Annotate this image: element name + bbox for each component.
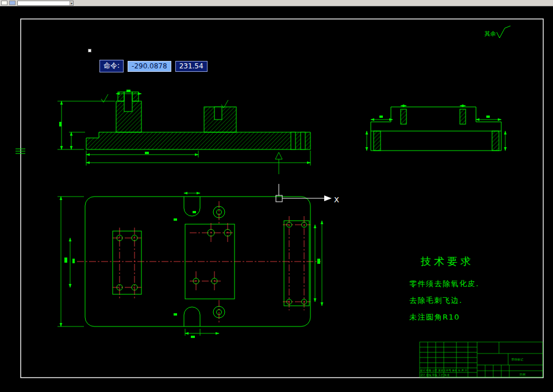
dimension-text-blobs — [64, 211, 320, 338]
coordinate-x-input[interactable]: -290.0878 — [128, 61, 171, 72]
section-arrow-icon — [275, 152, 282, 159]
layer-combobox[interactable]: ▾ — [17, 1, 74, 6]
plan-dimensions — [57, 193, 322, 338]
grip-point[interactable] — [88, 49, 91, 52]
technical-requirements: 技术要求 零件须去除氧化皮. 去除毛刺飞边. 未注圆角R10 — [409, 255, 479, 325]
tech-req-line: 零件须去除氧化皮. — [409, 275, 479, 292]
title-block-stage-label: 阶段标记 — [512, 358, 523, 362]
tech-req-line: 未注圆角R10 — [409, 309, 479, 325]
ucs-icon: X — [276, 184, 339, 204]
app-toolbar: ▾ — [0, 0, 553, 6]
dimension-text-blobs — [379, 116, 490, 118]
drawing-canvas[interactable]: X 其余 — [0, 0, 553, 392]
coordinate-y-field: 231.54 — [175, 61, 208, 72]
command-label: 命令: — [99, 60, 124, 72]
toolbar-icon[interactable] — [9, 1, 16, 5]
x-axis-arrow-icon — [324, 195, 332, 201]
tech-req-line: 去除毛刺飞边. — [409, 292, 479, 309]
roughness-symbol-icon — [497, 26, 510, 38]
tech-req-title: 技术要求 — [421, 255, 479, 268]
new-file-icon[interactable] — [1, 1, 7, 5]
title-block: 标记 处数 分区 更改文件号 签名 年.月.日 设计 校核 审核 工艺 批准 阶… — [420, 342, 543, 377]
side-section-view — [371, 107, 501, 151]
command-tooltip: 命令: -290.0878 231.54 — [99, 60, 208, 72]
front-section-view — [86, 92, 310, 149]
cad-application-window: ▾ — [0, 0, 553, 392]
surface-note-text: 其余 — [485, 30, 496, 37]
title-block-revision-row: 标记 处数 分区 更改文件号 签名 年.月.日 — [420, 368, 467, 372]
title-block-roles-row: 设计 校核 审核 工艺 批准 — [420, 373, 450, 376]
side-section-dimensions — [367, 106, 505, 151]
surface-finish-note: 其余 — [485, 26, 510, 38]
dropdown-arrow-icon[interactable]: ▾ — [70, 1, 73, 5]
x-axis-label: X — [334, 195, 339, 204]
title-block-scale-label: 比例 — [520, 372, 525, 376]
